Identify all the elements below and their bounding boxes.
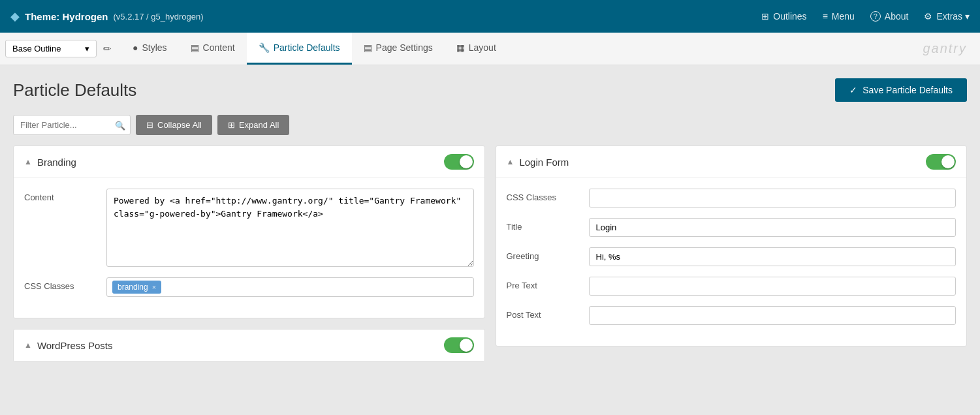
login-greeting-row: Greeting (507, 247, 956, 266)
login-posttext-row: Post Text (507, 306, 956, 325)
tab-styles[interactable]: ● Styles (121, 33, 179, 65)
panel-branding-title: Branding (37, 157, 439, 168)
app-title: ◆ Theme: Hydrogen (v5.2.17 / g5_hydrogen… (10, 9, 761, 23)
panel-login-form-title: Login Form (519, 157, 921, 168)
nav-extras-label: Extras ▾ (936, 11, 970, 22)
theme-version: (v5.2.17 / g5_hydrogen) (114, 12, 204, 22)
gear-icon: ⚙ (924, 11, 932, 22)
panel-wordpress-posts-title: WordPress Posts (37, 340, 439, 351)
theme-icon: ◆ (10, 9, 20, 23)
collapse-icon: ⊟ (146, 120, 153, 130)
panel-branding: ▲ Branding Content Powered by <a href="h… (13, 146, 485, 318)
outline-selector-value: Base Outline (12, 44, 61, 54)
right-column: ▲ Login Form CSS Classes Title (496, 146, 968, 362)
panel-wordpress-posts-header: ▲ WordPress Posts (14, 330, 484, 361)
save-button-label: Save Particle Defaults (862, 85, 953, 95)
login-greeting-label: Greeting (507, 247, 578, 261)
login-title-row: Title (507, 218, 956, 237)
login-css-label: CSS Classes (507, 189, 578, 202)
branding-content-input[interactable]: Powered by <a href="http://www.gantry.or… (106, 189, 474, 267)
left-column: ▲ Branding Content Powered by <a href="h… (13, 146, 485, 362)
circle-icon: ● (133, 42, 138, 53)
tab-page-settings[interactable]: ▤ Page Settings (352, 33, 445, 65)
nav-tabs: ● Styles ▤ Content 🔧 Particle Defaults ▤… (121, 33, 508, 65)
layout-icon: ▦ (456, 42, 465, 53)
theme-name: Theme: Hydrogen (25, 11, 108, 22)
branding-tag-close[interactable]: × (152, 283, 156, 291)
panel-branding-header: ▲ Branding (14, 146, 484, 178)
login-posttext-label: Post Text (507, 306, 578, 320)
panel-branding-body: Content Powered by <a href="http://www.g… (14, 178, 484, 318)
branding-content-row: Content Powered by <a href="http://www.g… (24, 189, 474, 267)
branding-content-label: Content (24, 189, 96, 202)
page-title: Particle Defaults (13, 80, 136, 100)
expand-icon: ⊞ (228, 120, 235, 130)
collapse-branding-icon[interactable]: ▲ (24, 157, 32, 166)
expand-all-button[interactable]: ⊞ Expand All (217, 115, 289, 135)
panel-login-form-header: ▲ Login Form (496, 146, 967, 178)
second-nav: Base Outline ▾ ✏ ● Styles ▤ Content 🔧 Pa… (0, 33, 980, 65)
branding-css-tag-input[interactable]: branding × (106, 277, 474, 297)
branding-css-label: CSS Classes (24, 277, 96, 291)
tab-particle-defaults-label: Particle Defaults (274, 42, 340, 53)
login-pretext-label: Pre Text (507, 277, 578, 290)
top-bar: ◆ Theme: Hydrogen (v5.2.17 / g5_hydrogen… (0, 0, 980, 33)
collapse-wp-icon[interactable]: ▲ (24, 341, 32, 350)
filter-input-wrap: 🔍 (13, 115, 131, 135)
gantry-logo-text: gantry (923, 41, 967, 55)
login-css-row: CSS Classes (507, 189, 956, 208)
login-form-toggle[interactable] (926, 154, 956, 170)
nav-about[interactable]: ? About (870, 11, 909, 22)
wrench-icon: 🔧 (259, 42, 270, 53)
tab-layout-label: Layout (469, 42, 496, 53)
login-title-label: Title (507, 218, 578, 232)
tab-layout[interactable]: ▦ Layout (445, 33, 508, 65)
wordpress-posts-toggle[interactable] (444, 337, 474, 353)
grid-icon: ⊞ (761, 11, 769, 22)
save-button[interactable]: ✓ Save Particle Defaults (835, 78, 967, 102)
search-icon: 🔍 (115, 120, 125, 130)
doc-icon: ▤ (191, 42, 199, 53)
login-greeting-input[interactable] (589, 247, 956, 266)
tab-content[interactable]: ▤ Content (179, 33, 247, 65)
branding-tag-label: branding (118, 283, 148, 292)
collapse-all-label: Collapse All (157, 120, 202, 130)
branding-tag: branding × (112, 281, 161, 294)
nav-outlines-label: Outlines (773, 11, 806, 22)
nav-menu[interactable]: ≡ Menu (823, 11, 855, 22)
collapse-login-icon[interactable]: ▲ (507, 157, 514, 166)
panels-grid: ▲ Branding Content Powered by <a href="h… (13, 146, 967, 362)
chevron-down-icon: ▾ (85, 44, 89, 54)
nav-extras[interactable]: ⚙ Extras ▾ (924, 11, 970, 22)
panel-login-form-body: CSS Classes Title Greeting (496, 178, 967, 346)
panel-login-form: ▲ Login Form CSS Classes Title (496, 146, 968, 346)
outline-selector[interactable]: Base Outline ▾ (5, 40, 97, 57)
page-icon: ▤ (364, 42, 372, 53)
nav-outlines[interactable]: ⊞ Outlines (761, 11, 806, 22)
page-header: Particle Defaults ✓ Save Particle Defaul… (13, 78, 967, 102)
check-icon: ✓ (849, 85, 857, 95)
edit-outline-button[interactable]: ✏ (97, 38, 118, 60)
panel-wordpress-posts: ▲ WordPress Posts (13, 329, 485, 362)
gantry-logo: gantry (923, 41, 980, 56)
branding-css-row: CSS Classes branding × (24, 277, 474, 297)
menu-icon: ≡ (823, 11, 828, 22)
top-nav: ⊞ Outlines ≡ Menu ? About ⚙ Extras ▾ (761, 11, 970, 22)
tab-styles-label: Styles (142, 42, 166, 53)
login-title-input[interactable] (589, 218, 956, 237)
main-content: Particle Defaults ✓ Save Particle Defaul… (0, 65, 980, 375)
tab-page-settings-label: Page Settings (376, 42, 433, 53)
nav-about-label: About (885, 11, 909, 22)
login-css-input[interactable] (589, 189, 956, 208)
login-pretext-row: Pre Text (507, 277, 956, 296)
filter-input[interactable] (13, 115, 131, 135)
expand-all-label: Expand All (239, 120, 279, 130)
filter-bar: 🔍 ⊟ Collapse All ⊞ Expand All (13, 115, 967, 135)
branding-toggle[interactable] (444, 154, 474, 170)
help-icon: ? (870, 11, 881, 22)
login-pretext-input[interactable] (589, 277, 956, 296)
collapse-all-button[interactable]: ⊟ Collapse All (136, 115, 212, 135)
tab-particle-defaults[interactable]: 🔧 Particle Defaults (247, 33, 352, 65)
login-posttext-input[interactable] (589, 306, 956, 325)
nav-menu-label: Menu (832, 11, 855, 22)
